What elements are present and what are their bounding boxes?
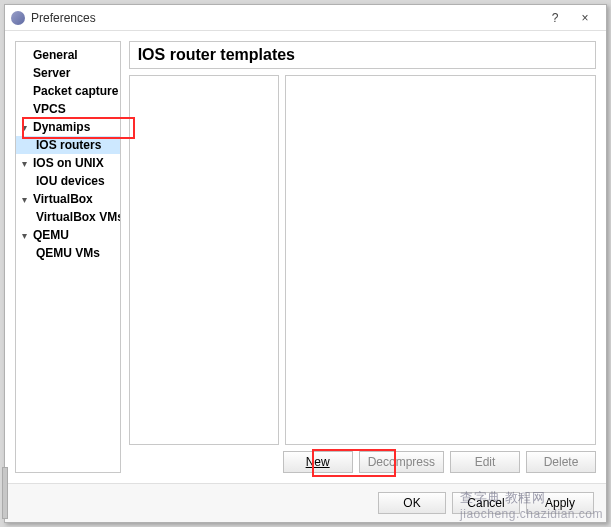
chevron-down-icon: ▾ bbox=[22, 122, 32, 133]
sidebar-item-server[interactable]: Server bbox=[16, 64, 120, 82]
app-icon bbox=[11, 11, 25, 25]
apply-button[interactable]: Apply bbox=[526, 492, 594, 514]
panes bbox=[129, 75, 596, 445]
sidebar-item-qemu[interactable]: ▾QEMU bbox=[16, 226, 120, 244]
template-buttons: New Decompress Edit Delete bbox=[129, 451, 596, 473]
decompress-button: Decompress bbox=[359, 451, 444, 473]
window-title: Preferences bbox=[31, 11, 540, 25]
chevron-down-icon: ▾ bbox=[22, 230, 32, 241]
sidebar-item-label: General bbox=[33, 48, 78, 62]
sidebar-item-label: IOS on UNIX bbox=[33, 156, 104, 170]
sidebar-item-iou-devices[interactable]: IOU devices bbox=[16, 172, 120, 190]
main-panel: IOS router templates New Decompress Edit… bbox=[129, 41, 596, 473]
chevron-down-icon: ▾ bbox=[22, 158, 32, 169]
ok-button[interactable]: OK bbox=[378, 492, 446, 514]
sidebar-item-ios-on-unix[interactable]: ▾IOS on UNIX bbox=[16, 154, 120, 172]
title-bar: Preferences ? × bbox=[5, 5, 606, 31]
sidebar-item-dynamips[interactable]: ▾Dynamips bbox=[16, 118, 120, 136]
sidebar-item-virtualbox-vms[interactable]: VirtualBox VMs bbox=[16, 208, 120, 226]
close-button[interactable]: × bbox=[570, 8, 600, 28]
sidebar-item-label: VPCS bbox=[33, 102, 66, 116]
chevron-down-icon: ▾ bbox=[22, 194, 32, 205]
sidebar-item-label: VirtualBox VMs bbox=[36, 210, 121, 224]
sidebar-item-vpcs[interactable]: VPCS bbox=[16, 100, 120, 118]
sidebar-item-label: Dynamips bbox=[33, 120, 90, 134]
preferences-dialog: Preferences ? × GeneralServerPacket capt… bbox=[4, 4, 607, 523]
new-button-label: New bbox=[306, 455, 330, 469]
sidebar-item-qemu-vms[interactable]: QEMU VMs bbox=[16, 244, 120, 262]
help-button[interactable]: ? bbox=[540, 8, 570, 28]
panel-heading: IOS router templates bbox=[138, 46, 295, 63]
sidebar-item-general[interactable]: General bbox=[16, 46, 120, 64]
sidebar-item-label: IOU devices bbox=[36, 174, 105, 188]
sidebar-item-virtualbox[interactable]: ▾VirtualBox bbox=[16, 190, 120, 208]
template-detail-pane bbox=[285, 75, 596, 445]
edit-button: Edit bbox=[450, 451, 520, 473]
heading-box: IOS router templates bbox=[129, 41, 596, 69]
sidebar-item-label: Server bbox=[33, 66, 70, 80]
sidebar-item-label: QEMU VMs bbox=[36, 246, 100, 260]
sidebar-item-label: IOS routers bbox=[36, 138, 101, 152]
sidebar-item-ios-routers[interactable]: IOS routers bbox=[16, 136, 120, 154]
dialog-body: GeneralServerPacket captureVPCS▾Dynamips… bbox=[5, 31, 606, 483]
new-button[interactable]: New bbox=[283, 451, 353, 473]
cancel-button[interactable]: Cancel bbox=[452, 492, 520, 514]
dialog-footer: OK Cancel Apply bbox=[5, 483, 606, 522]
sidebar-item-packet-capture[interactable]: Packet capture bbox=[16, 82, 120, 100]
template-list-pane[interactable] bbox=[129, 75, 279, 445]
sidebar-item-label: Packet capture bbox=[33, 84, 118, 98]
sidebar-item-label: VirtualBox bbox=[33, 192, 93, 206]
delete-button: Delete bbox=[526, 451, 596, 473]
category-tree[interactable]: GeneralServerPacket captureVPCS▾Dynamips… bbox=[15, 41, 121, 473]
outer-scrollbar-fragment bbox=[2, 467, 8, 519]
sidebar-item-label: QEMU bbox=[33, 228, 69, 242]
